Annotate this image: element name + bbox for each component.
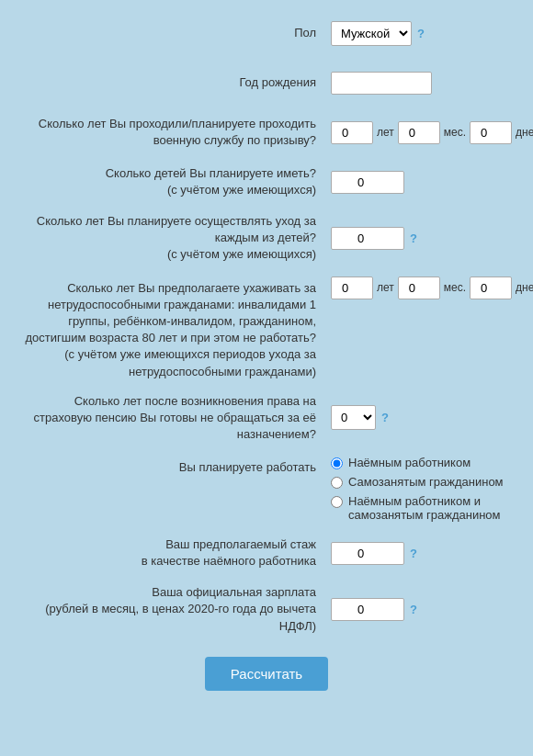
disability-months-input[interactable] [398, 276, 440, 299]
defer-pension-select[interactable]: 0123 4567 8910 [331, 405, 376, 430]
calculate-button[interactable]: Рассчитать [205, 657, 328, 691]
disability-triple: лет мес. дней [331, 276, 533, 299]
work-type-selfemployed-radio[interactable] [331, 477, 343, 489]
child-care-input[interactable] [331, 227, 404, 250]
disability-days-label: дней [516, 281, 533, 294]
birth-year-label: Год рождения [18, 74, 331, 91]
children-count-row: Сколько детей Вы планируете иметь?(с учё… [18, 164, 515, 200]
work-type-employed[interactable]: Наёмным работником [331, 456, 515, 469]
salary-input[interactable] [331, 598, 404, 621]
work-type-selfemployed[interactable]: Самозанятым гражданином [331, 475, 515, 489]
work-experience-help[interactable]: ? [410, 547, 417, 560]
military-service-row: Сколько лет Вы проходили/планируете прох… [18, 114, 515, 151]
child-care-help[interactable]: ? [410, 231, 417, 245]
work-type-both[interactable]: Наёмным работником и самозанятым граждан… [331, 494, 515, 522]
work-type-row: Вы планируете работать Наёмным работнико… [18, 456, 515, 522]
military-years-label: лет [377, 126, 394, 139]
disability-days-input[interactable] [470, 276, 512, 299]
birth-year-input[interactable] [331, 72, 432, 95]
disability-years-input[interactable] [331, 276, 373, 299]
work-experience-control: ? [331, 542, 515, 565]
military-years-input[interactable] [331, 121, 373, 144]
gender-select[interactable]: Мужской Женский [331, 21, 412, 46]
disability-years-label: лет [377, 281, 394, 294]
children-count-control [331, 171, 515, 194]
work-type-control: Наёмным работником Самозанятым гражданин… [331, 456, 515, 522]
military-service-label: Сколько лет Вы проходили/планируете прох… [18, 116, 331, 149]
salary-control: ? [331, 598, 515, 621]
disability-care-control: лет мес. дней [331, 276, 533, 299]
salary-row: Ваша официальная зарплата(рублей в месяц… [18, 584, 515, 635]
gender-help[interactable]: ? [417, 27, 425, 40]
disability-months-label: мес. [444, 281, 466, 294]
gender-row: Пол Мужской Женский ? [18, 15, 515, 51]
work-experience-input[interactable] [331, 542, 404, 565]
work-type-employed-radio[interactable] [331, 457, 343, 469]
military-days-label: дней [516, 126, 533, 139]
disability-care-label: Сколько лет Вы предполагаете ухаживать з… [18, 276, 331, 380]
gender-control: Мужской Женский ? [331, 21, 515, 46]
child-care-row: Сколько лет Вы планируете осуществлять у… [18, 213, 515, 264]
work-type-both-label: Наёмным работником и самозанятым граждан… [348, 494, 515, 522]
defer-pension-label: Сколько лет после возникновения права на… [18, 393, 331, 444]
gender-label: Пол [18, 25, 331, 41]
defer-pension-row: Сколько лет после возникновения права на… [18, 393, 515, 444]
defer-pension-control: 0123 4567 8910 ? [331, 405, 515, 430]
military-months-input[interactable] [398, 121, 440, 144]
work-experience-row: Ваш предполагаемый стажв качестве наёмно… [18, 535, 515, 571]
birth-year-control [331, 72, 515, 95]
work-type-employed-label: Наёмным работником [348, 456, 471, 469]
form-container: Пол Мужской Женский ? Год рождения Сколь… [0, 0, 533, 720]
work-experience-label: Ваш предполагаемый стажв качестве наёмно… [18, 536, 331, 570]
work-type-radio-group: Наёмным работником Самозанятым гражданин… [331, 456, 515, 522]
work-type-label: Вы планируете работать [18, 456, 331, 476]
military-triple: лет мес. дней [331, 121, 533, 144]
work-type-both-radio[interactable] [331, 496, 343, 508]
military-days-input[interactable] [470, 121, 512, 144]
work-type-selfemployed-label: Самозанятым гражданином [348, 475, 504, 489]
military-service-control: лет мес. дней ? [331, 121, 533, 144]
child-care-label: Сколько лет Вы планируете осуществлять у… [18, 213, 331, 264]
birth-year-row: Год рождения [18, 64, 515, 101]
children-count-input[interactable] [331, 171, 404, 194]
child-care-control: ? [331, 227, 515, 250]
military-months-label: мес. [444, 126, 466, 139]
salary-label: Ваша официальная зарплата(рублей в месяц… [18, 584, 331, 635]
salary-help[interactable]: ? [410, 603, 417, 616]
defer-pension-help[interactable]: ? [381, 411, 389, 424]
children-count-label: Сколько детей Вы планируете иметь?(с учё… [18, 165, 331, 198]
disability-care-row: Сколько лет Вы предполагаете ухаживать з… [18, 276, 515, 380]
